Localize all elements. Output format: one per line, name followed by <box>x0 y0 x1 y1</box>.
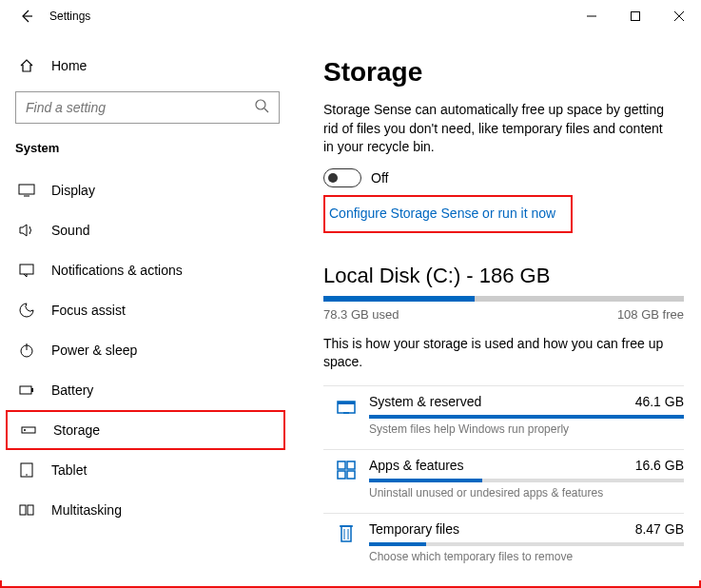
nav-label: Display <box>51 183 95 198</box>
category-subtext: System files help Windows run properly <box>369 422 684 436</box>
apps-icon <box>323 458 369 500</box>
category-size: 46.1 GB <box>635 394 684 409</box>
svg-point-17 <box>26 474 28 476</box>
sidebar-item-multitasking[interactable]: Multitasking <box>15 490 280 530</box>
system-icon <box>323 394 369 436</box>
category-subtext: Choose which temporary files to remove <box>369 550 684 563</box>
search-input[interactable] <box>26 100 254 115</box>
focus-assist-icon <box>15 302 38 319</box>
sidebar-item-focus-assist[interactable]: Focus assist <box>15 290 280 330</box>
category-bar <box>369 415 684 419</box>
storage-category-row[interactable]: Temporary files8.47 GBChoose which tempo… <box>323 513 684 577</box>
svg-rect-7 <box>19 185 34 194</box>
nav-label: Tablet <box>51 462 87 478</box>
svg-rect-9 <box>20 265 33 274</box>
svg-rect-18 <box>20 505 26 515</box>
close-button[interactable] <box>657 0 701 32</box>
sound-icon <box>15 222 38 239</box>
section-label: System <box>15 141 280 155</box>
sidebar-item-sound[interactable]: Sound <box>15 210 280 250</box>
nav-label: Battery <box>51 382 93 398</box>
free-label: 108 GB free <box>617 307 684 322</box>
sidebar-item-notifications[interactable]: Notifications & actions <box>15 250 280 290</box>
category-name: Apps & features <box>369 458 464 473</box>
battery-icon <box>15 382 38 399</box>
svg-rect-13 <box>31 388 33 392</box>
svg-point-5 <box>256 100 265 109</box>
search-box[interactable] <box>15 91 280 124</box>
power-icon <box>15 342 38 359</box>
svg-rect-26 <box>347 471 355 479</box>
window-title: Settings <box>49 10 90 23</box>
category-size: 8.47 GB <box>635 521 684 537</box>
nav-label: Focus assist <box>51 303 126 318</box>
svg-rect-23 <box>338 461 345 469</box>
used-label: 78.3 GB used <box>323 307 399 322</box>
trash-icon <box>323 521 369 563</box>
nav-label: Power & sleep <box>51 343 137 358</box>
storage-sense-description: Storage Sense can automatically free up … <box>323 101 675 157</box>
storage-icon <box>17 421 40 439</box>
svg-rect-24 <box>347 461 355 469</box>
multitasking-icon <box>15 501 38 519</box>
svg-rect-25 <box>338 471 345 479</box>
svg-rect-19 <box>28 505 33 515</box>
configure-storage-sense-link[interactable]: Configure Storage Sense or run it now <box>329 206 555 221</box>
sidebar-item-display[interactable]: Display <box>15 170 280 210</box>
storage-category-row[interactable]: System & reserved46.1 GBSystem files hel… <box>323 385 684 449</box>
disk-title: Local Disk (C:) - 186 GB <box>323 264 684 288</box>
storage-category-row[interactable]: Apps & features16.6 GBUninstall unused o… <box>323 449 684 513</box>
page-title: Storage <box>323 57 684 88</box>
sidebar-item-battery[interactable]: Battery <box>15 370 280 410</box>
storage-sense-toggle[interactable] <box>323 168 361 187</box>
category-subtext: Uninstall unused or undesired apps & fea… <box>369 486 684 500</box>
tablet-icon <box>15 461 38 479</box>
sidebar-item-tablet[interactable]: Tablet <box>15 450 280 490</box>
svg-point-15 <box>24 429 26 431</box>
svg-rect-2 <box>632 12 640 21</box>
maximize-button[interactable] <box>613 0 657 32</box>
category-name: System & reserved <box>369 394 481 409</box>
home-icon <box>15 58 38 73</box>
category-name: Temporary files <box>369 521 459 537</box>
home-label: Home <box>51 58 87 73</box>
disk-usage-bar <box>323 296 684 302</box>
usage-description: This is how your storage is used and how… <box>323 335 684 372</box>
notifications-icon <box>15 262 38 279</box>
search-icon <box>254 98 269 117</box>
nav-label: Storage <box>53 422 100 438</box>
sidebar-item-storage[interactable]: Storage <box>6 410 285 450</box>
svg-line-6 <box>264 108 268 112</box>
display-icon <box>15 182 38 199</box>
nav-label: Multitasking <box>51 502 122 518</box>
nav-label: Notifications & actions <box>51 263 183 278</box>
nav-label: Sound <box>51 223 89 238</box>
sidebar-item-power-sleep[interactable]: Power & sleep <box>15 330 280 370</box>
minimize-button[interactable] <box>570 0 613 32</box>
category-bar <box>369 542 684 546</box>
back-button[interactable] <box>8 0 46 32</box>
svg-rect-12 <box>20 386 31 394</box>
svg-rect-21 <box>338 402 355 404</box>
toggle-state-label: Off <box>371 170 388 186</box>
category-bar <box>369 479 684 482</box>
home-nav[interactable]: Home <box>15 48 280 84</box>
category-size: 16.6 GB <box>635 458 684 473</box>
